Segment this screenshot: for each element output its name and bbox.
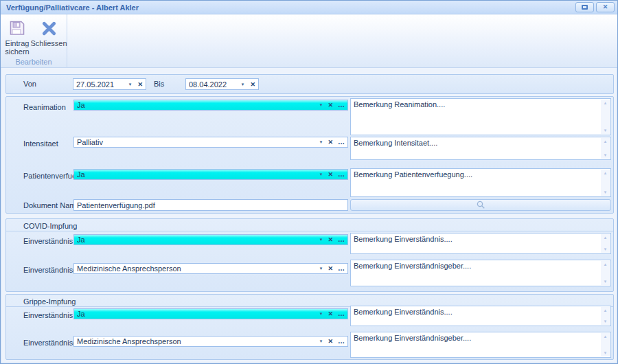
chevron-down-icon[interactable]: ▼	[241, 82, 245, 87]
von-date-value: 27.05.2021	[76, 80, 128, 89]
ellipsis-icon[interactable]: …	[338, 339, 345, 344]
chevron-down-icon[interactable]: ▼	[319, 339, 323, 343]
ellipsis-icon[interactable]: …	[338, 139, 345, 145]
clear-icon[interactable]: ✕	[328, 338, 333, 345]
scroll-down-icon[interactable]: ▼	[604, 280, 608, 284]
close-window-button[interactable]: ✕	[596, 2, 615, 12]
dialog-window: Verfügung/Palliativcare - Albert Akler ✕	[0, 0, 618, 364]
covid-einverstaendnis-label: Einverständnis	[23, 237, 73, 245]
reanimation-label: Reanimation	[23, 103, 66, 111]
chevron-down-icon[interactable]: ▼	[319, 312, 323, 316]
panel-grippe-impfung: Grippe-Impfung Einverständnis Ja ▼ ✕ … B…	[5, 294, 614, 360]
document-search-button[interactable]	[350, 199, 611, 211]
save-floppy-icon	[8, 18, 26, 38]
intensitaet-dropdown[interactable]: Palliativ ▼ ✕ …	[73, 137, 348, 148]
scroll-up-icon[interactable]: ▲	[604, 139, 608, 144]
window-title: Verfügung/Palliativcare - Albert Akler	[6, 3, 139, 12]
scroll-down-icon[interactable]: ▼	[604, 190, 608, 194]
clear-icon[interactable]: ✕	[328, 139, 333, 146]
covid-einverstaendnisgeber-bemerkung-textarea[interactable]: Bemerkung Einverständnisgeber.... ▲ ▼	[350, 260, 611, 286]
patientenverfuegung-bemerkung-textarea[interactable]: Bemerkung Patientenverfuegung.... ▲ ▼	[350, 168, 611, 197]
grippe-einverstaendnisgeber-bemerkung-textarea[interactable]: Bemerkung Einverständnisgeber.... ▲ ▼	[350, 332, 611, 358]
dokument-name-value: Patientenverfügung.pdf	[77, 201, 345, 209]
grippe-section-title: Grippe-Impfung	[23, 297, 76, 306]
scroll-up-icon[interactable]: ▲	[604, 334, 608, 339]
chevron-down-icon[interactable]: ▼	[128, 82, 133, 87]
scrollbar[interactable]: ▲ ▼	[601, 100, 610, 134]
grippe-einverstaendnis-bemerkung-textarea[interactable]: Bemerkung Einverständnis.... ▲ ▼	[350, 306, 611, 326]
scrollbar[interactable]: ▲ ▼	[601, 333, 610, 356]
dokument-name-input[interactable]: Patientenverfügung.pdf	[73, 199, 348, 211]
window-controls: ✕	[575, 2, 615, 12]
chevron-down-icon[interactable]: ▼	[319, 238, 323, 242]
close-dialog-label: Schliessen	[30, 39, 67, 47]
patientenverfuegung-dropdown[interactable]: Ja ▼ ✕ …	[73, 169, 348, 180]
clear-icon[interactable]: ✕	[328, 102, 333, 109]
scrollbar[interactable]: ▲ ▼	[601, 170, 610, 196]
reanimation-bemerkung-textarea[interactable]: Bemerkung Reanimation.... ▲ ▼	[350, 98, 611, 135]
covid-section-title: COVID-Impfung	[23, 222, 77, 230]
bis-date-picker[interactable]: 08.04.2022 ▼ ✕	[185, 78, 259, 90]
von-label: Von	[23, 80, 36, 88]
panel-main: Reanimation Ja ▼ ✕ … Bemerkung Reanimati…	[5, 96, 614, 214]
scrollbar[interactable]: ▲ ▼	[601, 261, 610, 285]
ellipsis-icon[interactable]: …	[338, 172, 345, 177]
dokument-name-label: Dokument Name	[23, 201, 80, 209]
scroll-down-icon[interactable]: ▼	[604, 319, 608, 323]
grippe-einverstaendnis-value: Ja	[77, 310, 319, 318]
close-x-icon	[41, 18, 57, 38]
scroll-up-icon[interactable]: ▲	[604, 262, 608, 266]
search-icon	[477, 201, 485, 209]
scrollbar[interactable]: ▲ ▼	[601, 234, 610, 253]
title-bar: Verfügung/Palliativcare - Albert Akler ✕	[1, 1, 617, 14]
covid-einverstaendnis-bemerkung-textarea[interactable]: Bemerkung Einverständnis.... ▲ ▼	[350, 233, 611, 254]
ellipsis-icon[interactable]: …	[338, 266, 345, 271]
toolbar: Eintrag sichern Schliessen Bearbeiten	[1, 14, 617, 68]
patientenverfuegung-value: Ja	[77, 170, 319, 179]
close-dialog-button[interactable]: Schliessen	[32, 16, 66, 49]
scroll-down-icon[interactable]: ▼	[604, 247, 608, 251]
clear-icon[interactable]: ✕	[328, 265, 333, 272]
intensitaet-label: Intensitaet	[23, 139, 58, 148]
grippe-einverstaendnis-dropdown[interactable]: Ja ▼ ✕ …	[73, 308, 348, 319]
scroll-up-icon[interactable]: ▲	[604, 101, 608, 105]
chevron-down-icon[interactable]: ▼	[319, 266, 323, 271]
chevron-down-icon[interactable]: ▼	[319, 172, 323, 177]
covid-einverstaendnis-value: Ja	[77, 236, 319, 244]
covid-section-header: COVID-Impfung	[6, 219, 613, 231]
toolbar-group-caption: Bearbeiten	[1, 58, 67, 68]
save-entry-button[interactable]: Eintrag sichern	[3, 16, 32, 57]
clear-icon[interactable]: ✕	[328, 310, 333, 317]
grippe-einverstaendnis-label: Einverständnis	[23, 311, 73, 319]
toolbar-group-bearbeiten: Eintrag sichern Schliessen Bearbeiten	[1, 14, 67, 68]
scroll-up-icon[interactable]: ▲	[604, 236, 608, 240]
maximize-icon	[582, 5, 588, 10]
ellipsis-icon[interactable]: …	[338, 311, 345, 317]
ellipsis-icon[interactable]: …	[338, 237, 345, 242]
scroll-down-icon[interactable]: ▼	[604, 153, 608, 157]
intensitaet-bemerkung-textarea[interactable]: Bemerkung Intensitaet.... ▲ ▼	[350, 137, 611, 160]
panel-covid-impfung: COVID-Impfung Einverständnis Ja ▼ ✕ … Be…	[5, 218, 614, 292]
reanimation-dropdown[interactable]: Ja ▼ ✕ …	[73, 100, 348, 111]
scrollbar[interactable]: ▲ ▼	[601, 307, 610, 325]
covid-einverstaendnisgeber-dropdown[interactable]: Medizinische Ansprechsperson ▼ ✕ …	[73, 263, 348, 274]
clear-icon[interactable]: ✕	[250, 81, 255, 88]
chevron-down-icon[interactable]: ▼	[319, 103, 323, 107]
intensitaet-value: Palliativ	[77, 138, 319, 146]
scrollbar[interactable]: ▲ ▼	[601, 138, 610, 159]
scroll-up-icon[interactable]: ▲	[604, 171, 608, 175]
clear-icon[interactable]: ✕	[328, 171, 333, 178]
panel-dates: Von 27.05.2021 ▼ ✕ Bis 08.04.2022 ▼ ✕	[5, 74, 614, 94]
grippe-einverstaendnisgeber-dropdown[interactable]: Medizinische Ansprechsperson ▼ ✕ …	[73, 336, 348, 347]
covid-einverstaendnis-dropdown[interactable]: Ja ▼ ✕ …	[73, 234, 348, 245]
clear-icon[interactable]: ✕	[328, 236, 333, 243]
ellipsis-icon[interactable]: …	[338, 102, 345, 108]
maximize-button[interactable]	[575, 2, 594, 12]
scroll-down-icon[interactable]: ▼	[604, 128, 608, 133]
scroll-up-icon[interactable]: ▲	[604, 308, 608, 312]
close-icon: ✕	[603, 4, 608, 10]
scroll-down-icon[interactable]: ▼	[604, 351, 608, 355]
von-date-picker[interactable]: 27.05.2021 ▼ ✕	[73, 78, 146, 90]
chevron-down-icon[interactable]: ▼	[319, 140, 323, 144]
clear-icon[interactable]: ✕	[137, 81, 143, 88]
